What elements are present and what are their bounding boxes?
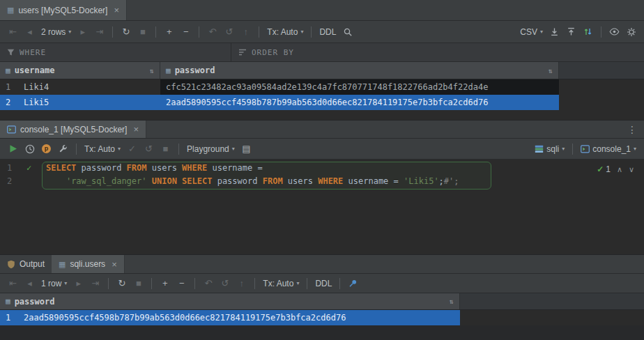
- submit-button: ↑: [238, 24, 253, 39]
- tx-mode-dropdown[interactable]: Tx: Auto ▾: [261, 279, 301, 288]
- sql-editor[interactable]: 1 ✓ SELECT password FROM users WHERE use…: [0, 160, 644, 254]
- cell-password[interactable]: 2aad5890595ccf4598b787b99ab563d0d66ec821…: [18, 310, 460, 325]
- tab-sqli-users-result[interactable]: ▦ sqli.users ×: [52, 255, 125, 273]
- export-data-icon[interactable]: [547, 24, 562, 39]
- first-page-button[interactable]: ⇤: [6, 24, 20, 39]
- ddl-label: DDL: [319, 27, 336, 37]
- add-row-button[interactable]: +: [162, 24, 176, 39]
- export-format-dropdown[interactable]: CSV ▾: [518, 27, 545, 37]
- schema-icon: [535, 145, 544, 153]
- table-icon: ▦: [7, 6, 14, 14]
- sort-icon[interactable]: ⇅: [450, 298, 454, 305]
- output-shield-icon: [7, 260, 15, 269]
- cell-password[interactable]: 2aad5890595ccf4598b787b99ab563d0d66ec821…: [160, 95, 559, 110]
- order-by-filter-input[interactable]: ORDER BY: [231, 43, 301, 61]
- last-page-button[interactable]: ⇥: [88, 276, 102, 291]
- close-icon[interactable]: ×: [112, 259, 117, 270]
- sync-compare-icon[interactable]: [581, 24, 595, 39]
- row-count-label: 1 row: [41, 279, 61, 288]
- tab-users-grid-label: users [MySQL5-Docker]: [18, 6, 107, 15]
- cell-password[interactable]: cfc521c23482ac93a09584ad2e139c4a7fc87077…: [160, 79, 559, 95]
- column-header-password[interactable]: ▦ password ⇅: [0, 293, 460, 309]
- divider: [601, 26, 601, 38]
- divider: [254, 278, 255, 289]
- settings-gear-icon[interactable]: [624, 24, 638, 39]
- tx-mode-label: Tx: Auto: [84, 144, 115, 154]
- export-format-label: CSV: [520, 27, 537, 37]
- divider: [151, 278, 152, 289]
- console-toolbar: p Tx: Auto ▾ ✓ ↺ ■ Playground ▾ ▤ sqli ▾: [0, 139, 644, 160]
- execute-play-icon[interactable]: [6, 141, 20, 156]
- close-icon[interactable]: ×: [114, 5, 119, 15]
- sort-icon[interactable]: ⇅: [150, 67, 154, 75]
- ddl-button[interactable]: DDL: [313, 279, 334, 288]
- result-table-row-selected[interactable]: 1 2aad5890595ccf4598b787b99ab563d0d66ec8…: [0, 310, 644, 325]
- previous-result-icon[interactable]: ∧: [617, 165, 622, 174]
- ddl-button[interactable]: DDL: [317, 27, 338, 37]
- code-line[interactable]: SELECT password FROM users WHERE usernam…: [42, 163, 263, 173]
- row-count-dropdown[interactable]: 1 row ▾: [39, 279, 69, 288]
- settings-wrench-icon[interactable]: [56, 141, 70, 156]
- import-data-icon[interactable]: [564, 24, 578, 39]
- grid-empty-area: [0, 110, 644, 120]
- tx-mode-dropdown[interactable]: Tx: Auto ▾: [82, 144, 123, 154]
- cell-username[interactable]: Liki4: [18, 79, 160, 95]
- table-icon: ▦: [59, 261, 66, 268]
- tab-console-1-label: console_1 [MySQL5-Docker]: [20, 125, 127, 134]
- previous-page-button[interactable]: ◂: [22, 24, 37, 39]
- tab-output[interactable]: Output: [0, 255, 52, 273]
- tab-users-grid[interactable]: ▦ users [MySQL5-Docker] ×: [0, 0, 127, 20]
- schema-switcher[interactable]: sqli ▾: [532, 144, 567, 154]
- code-line[interactable]: 'raw_sql_danger' UNION SELECT password F…: [42, 176, 459, 186]
- column-icon: ▦: [6, 298, 10, 305]
- last-page-button[interactable]: ⇥: [92, 24, 107, 39]
- more-options-icon[interactable]: ⋮: [627, 124, 637, 135]
- console-switcher[interactable]: console_1 ▾: [578, 144, 638, 154]
- divider: [76, 144, 77, 155]
- row-number: 1: [0, 79, 18, 95]
- pin-tab-icon[interactable]: [346, 276, 360, 291]
- first-page-button[interactable]: ⇤: [6, 276, 20, 291]
- tab-sqli-users-label: sqli.users: [70, 259, 105, 269]
- row-2: 2 Liki5 2aad5890595ccf4598b787b99ab563d0…: [0, 95, 559, 110]
- add-row-button[interactable]: +: [158, 276, 172, 291]
- order-by-icon: [238, 49, 247, 56]
- chevron-down-icon: ▾: [562, 146, 565, 152]
- tx-mode-label: Tx: Auto: [267, 27, 298, 37]
- previous-page-button[interactable]: ◂: [22, 276, 37, 291]
- column-header-password[interactable]: ▦ password ⇅: [160, 62, 559, 79]
- divider: [194, 278, 195, 289]
- row-count-dropdown[interactable]: 2 rows ▾: [39, 27, 73, 37]
- refresh-button[interactable]: ↻: [118, 24, 133, 39]
- playground-mode-dropdown[interactable]: Playground ▾: [185, 144, 237, 154]
- refresh-button[interactable]: ↻: [114, 276, 129, 291]
- delete-row-button[interactable]: −: [178, 24, 193, 39]
- where-filter-input[interactable]: WHERE: [0, 43, 231, 61]
- view-as-table-icon[interactable]: ▤: [239, 141, 254, 156]
- console-icon: [7, 125, 16, 134]
- table-row[interactable]: 1 Liki4 cfc521c23482ac93a09584ad2e139c4a…: [0, 79, 644, 95]
- next-result-icon[interactable]: ∨: [629, 165, 634, 174]
- schema-label: sqli: [546, 144, 559, 154]
- editor-line[interactable]: 1 ✓ SELECT password FROM users WHERE use…: [0, 161, 644, 174]
- delete-row-button[interactable]: −: [174, 276, 189, 291]
- view-options-eye-icon[interactable]: [607, 24, 622, 39]
- next-page-button[interactable]: ▸: [71, 276, 86, 291]
- table-row-selected[interactable]: 2 Liki5 2aad5890595ccf4598b787b99ab563d0…: [0, 95, 644, 110]
- column-header-username[interactable]: ▦ username ⇅: [0, 62, 160, 79]
- next-page-button[interactable]: ▸: [75, 24, 90, 39]
- tx-mode-dropdown[interactable]: Tx: Auto ▾: [265, 27, 305, 37]
- users-grid-header: ▦ username ⇅ ▦ password ⇅: [0, 62, 644, 79]
- p-circle: p: [42, 144, 51, 153]
- editor-line[interactable]: 2 'raw_sql_danger' UNION SELECT password…: [0, 174, 644, 187]
- divider: [311, 26, 312, 38]
- search-icon[interactable]: [340, 24, 355, 39]
- close-icon[interactable]: ×: [133, 124, 139, 134]
- sort-icon[interactable]: ⇅: [549, 67, 553, 75]
- profiler-badge-icon[interactable]: p: [39, 141, 54, 156]
- cell-username[interactable]: Liki5: [18, 95, 160, 110]
- tab-console-1[interactable]: console_1 [MySQL5-Docker] ×: [0, 121, 146, 138]
- undo-button: ↶: [205, 24, 220, 39]
- divider: [108, 278, 109, 289]
- query-history-clock-icon[interactable]: [22, 141, 37, 156]
